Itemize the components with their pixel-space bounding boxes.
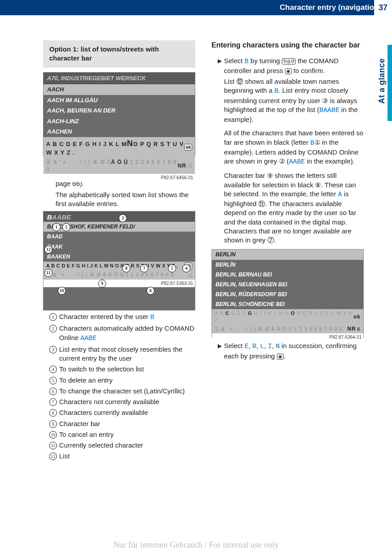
legend-item: 9Character bar [43,419,195,428]
right-column: Entering characters using the character … [211,40,364,463]
section-title: Character entry (navigation) [280,3,381,12]
page-number: 37 [374,0,392,15]
left-column: Option 1: list of towns/streets with cha… [43,40,195,463]
instruction-step: ▶ Select B by turning ↻◎↺ the COMAND con… [211,56,364,76]
legend-item: 11Currently selected character [43,441,195,450]
legend-item: 10To cancel an entry [43,430,195,439]
legend-item: 7Characters not currently available [43,397,195,406]
side-tab-label: At a glance [377,58,387,104]
figure-legend: 1Character entered by the user B2Charact… [43,312,195,461]
town-list-screenshot: A70, INDUSTRIEGEBIET WERNECK AACH AACH I… [43,72,195,156]
legend-item: 2Characters automatically added by COMAN… [43,324,195,343]
legend-item: 1Character entered by the user B [43,312,195,322]
legend-item: 8Characters currently available [43,408,195,417]
berlin-screenshot: BERLIN BERLÍN BERLIN, BERNAU BEI BERLIN,… [211,249,364,338]
legend-item: 12List [43,452,195,461]
legend-item: 6To change the character set (Latin/Cyri… [43,387,195,396]
page-header: Character entry (navigation) [0,0,392,15]
section-heading: Entering characters using the character … [211,40,364,50]
annotated-screenshot: BAABE BAACKESHOF, KEMPENER FELD/ BAAD BA… [43,211,195,310]
internal-use-footer: Nur für internen Gebrauch / For internal… [0,540,392,550]
side-tab: At a glance [374,45,392,170]
instruction-step: ▶ Select E, R, L, I, N in succession, co… [211,341,364,361]
legend-item: 4To switch to the selection list [43,365,195,374]
legend-item: 5To delete an entry [43,376,195,385]
legend-item: 3List entry that most closely resembles … [43,345,195,363]
option-box: Option 1: list of towns/streets with cha… [43,40,195,68]
